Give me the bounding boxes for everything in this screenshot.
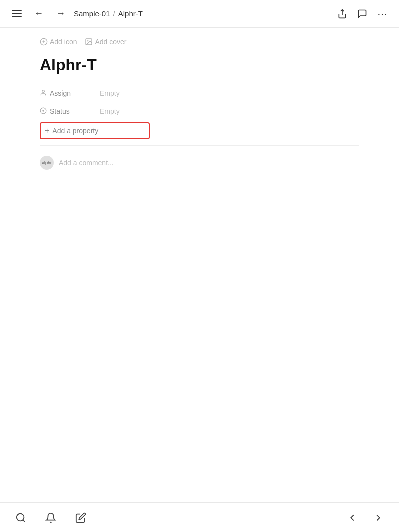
forward-button[interactable]: → <box>52 5 70 23</box>
add-icon-button[interactable]: Add icon <box>40 38 77 46</box>
add-property-label: Add a property <box>52 127 98 135</box>
svg-point-6 <box>42 90 45 92</box>
svg-point-8 <box>42 110 44 112</box>
bottom-forward-button[interactable] <box>369 509 387 527</box>
svg-point-5 <box>87 40 88 41</box>
comment-input[interactable]: Add a comment... <box>59 159 114 167</box>
add-property-plus-icon: + <box>45 126 49 135</box>
add-cover-label: Add cover <box>95 38 126 46</box>
avatar-text: alphr <box>42 160 52 165</box>
notifications-button[interactable] <box>42 509 60 527</box>
meta-actions: Add icon Add cover <box>40 38 359 46</box>
assign-value[interactable]: Empty <box>100 89 359 97</box>
top-navigation: ← → Sample-01 / Alphr-T ⋯ <box>0 0 399 28</box>
svg-line-10 <box>23 520 25 522</box>
bottom-nav-left <box>12 509 90 527</box>
status-property-label[interactable]: Status <box>40 107 100 116</box>
status-icon <box>40 107 47 116</box>
more-button[interactable]: ⋯ <box>373 5 391 23</box>
breadcrumb-separator: / <box>113 9 115 18</box>
content-area: Add icon Add cover Alphr-T Ass <box>0 28 399 196</box>
assign-property-row: Assign Empty <box>40 84 359 102</box>
bottom-navigation <box>0 502 399 532</box>
status-label: Status <box>50 107 70 115</box>
svg-point-9 <box>17 513 24 521</box>
search-button[interactable] <box>12 509 30 527</box>
add-property-button[interactable]: + Add a property <box>40 122 150 139</box>
bottom-nav-right <box>343 509 387 527</box>
breadcrumb: Sample-01 / Alphr-T <box>74 9 143 18</box>
add-icon-label: Add icon <box>50 38 77 46</box>
bottom-back-button[interactable] <box>343 509 361 527</box>
assign-property-label[interactable]: Assign <box>40 89 100 98</box>
edit-button[interactable] <box>72 509 90 527</box>
assign-label: Assign <box>50 89 71 97</box>
nav-left: ← → Sample-01 / Alphr-T <box>8 5 143 23</box>
divider-2 <box>40 180 359 180</box>
properties-section: Assign Empty Status Empty + Add a proper… <box>40 84 359 139</box>
status-value[interactable]: Empty <box>100 107 359 115</box>
person-icon <box>40 89 47 98</box>
share-button[interactable] <box>333 5 351 23</box>
back-button[interactable]: ← <box>30 5 48 23</box>
comment-button[interactable] <box>353 5 371 23</box>
divider-1 <box>40 145 359 146</box>
breadcrumb-parent[interactable]: Sample-01 <box>74 9 110 18</box>
breadcrumb-current: Alphr-T <box>118 9 143 18</box>
nav-right: ⋯ <box>333 5 391 23</box>
comment-section: alphr Add a comment... <box>40 152 359 174</box>
avatar: alphr <box>40 156 54 170</box>
page-title: Alphr-T <box>40 56 359 74</box>
menu-button[interactable] <box>8 5 26 23</box>
add-cover-button[interactable]: Add cover <box>85 38 126 46</box>
status-property-row: Status Empty <box>40 102 359 120</box>
